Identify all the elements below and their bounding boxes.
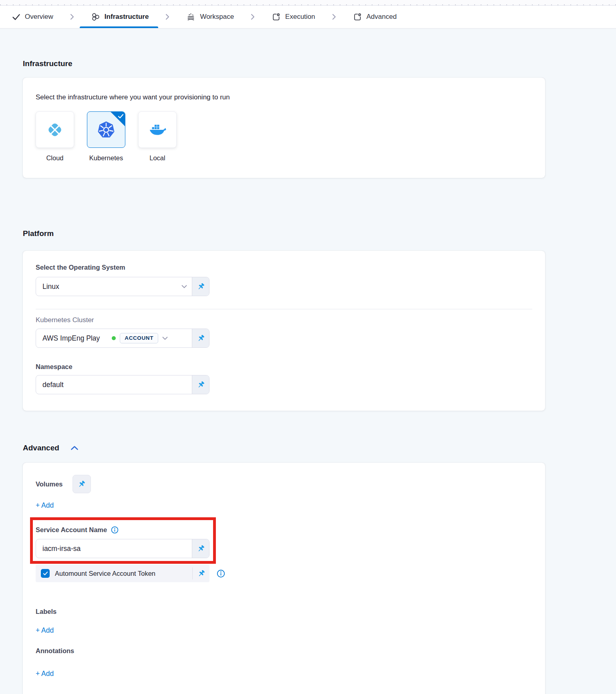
connector-status-dot xyxy=(112,336,116,340)
kubernetes-tile-label: Kubernetes xyxy=(87,153,125,162)
panel-gear-icon xyxy=(272,12,281,22)
pin-icon xyxy=(197,569,205,578)
pin-icon xyxy=(197,334,205,343)
os-field-label: Select the Operating System xyxy=(36,263,532,272)
labels-label: Labels xyxy=(36,607,532,616)
infrastructure-options: Cloud xyxy=(36,111,532,162)
automount-pin-button[interactable] xyxy=(193,569,209,578)
advanced-section-header: Advanced xyxy=(23,443,545,453)
service-account-input[interactable]: iacm-irsa-sa xyxy=(36,539,192,558)
tab-overview-label: Overview xyxy=(25,13,53,21)
volumes-label: Volumes xyxy=(36,480,63,488)
service-account-label: Service Account Name xyxy=(36,525,107,534)
info-icon[interactable] xyxy=(111,526,119,534)
scope-badge: ACCOUNT xyxy=(120,333,158,343)
cluster-field-label: Kubernetes Cluster xyxy=(36,316,532,325)
tab-advanced-label: Advanced xyxy=(366,13,397,21)
hexagons-icon xyxy=(91,12,100,22)
selected-check-icon xyxy=(118,113,124,121)
tab-execution-label: Execution xyxy=(285,13,315,21)
local-tile-label: Local xyxy=(138,153,177,162)
platform-section-title: Platform xyxy=(23,228,545,239)
tab-overview[interactable]: Overview xyxy=(12,6,53,28)
tab-workspace[interactable]: Workspace xyxy=(186,6,234,28)
automount-checkbox[interactable] xyxy=(41,569,50,578)
chevron-down-icon[interactable] xyxy=(162,337,168,340)
namespace-input-value: default xyxy=(42,381,64,389)
os-pin-button[interactable] xyxy=(192,277,209,296)
chevron-right-icon xyxy=(251,14,255,20)
pin-icon xyxy=(197,282,205,291)
advanced-section-title: Advanced xyxy=(23,443,59,453)
annotations-label: Annotations xyxy=(36,646,532,655)
automount-strip: Automount Service Account Token xyxy=(36,565,209,582)
tab-workspace-label: Workspace xyxy=(200,13,234,21)
pin-icon xyxy=(197,545,205,553)
advanced-card: Volumes + Add Service Account Name xyxy=(23,463,545,694)
tab-infrastructure-label: Infrastructure xyxy=(105,13,149,21)
namespace-field-label: Namespace xyxy=(36,362,532,371)
add-annotation-link[interactable]: + Add xyxy=(36,669,54,678)
volumes-pin-button[interactable] xyxy=(72,475,91,493)
chevron-down-icon[interactable] xyxy=(181,285,187,288)
os-select-control[interactable]: Linux xyxy=(36,277,192,296)
infrastructure-card: Select the infrastructure where you want… xyxy=(23,78,545,178)
volumes-row: Volumes xyxy=(36,475,532,493)
option-cloud: Cloud xyxy=(36,111,74,162)
service-account-input-value: iacm-irsa-sa xyxy=(42,545,81,553)
cluster-pin-button[interactable] xyxy=(192,329,209,347)
service-account-block: Service Account Name iacm-irsa-sa xyxy=(36,525,209,558)
option-local: Local xyxy=(138,111,177,162)
check-icon xyxy=(12,14,20,20)
chevron-right-icon xyxy=(70,14,74,20)
automount-row: Automount Service Account Token xyxy=(36,565,532,582)
cloud-icon xyxy=(46,121,64,139)
cloud-tile-label: Cloud xyxy=(36,153,74,162)
add-label-link[interactable]: + Add xyxy=(36,625,54,635)
automount-label: Automount Service Account Token xyxy=(55,570,192,577)
os-select-value: Linux xyxy=(42,282,59,291)
stack-icon xyxy=(186,12,195,22)
namespace-input[interactable]: default xyxy=(36,375,192,394)
pin-icon xyxy=(197,381,205,389)
namespace-input-group: default xyxy=(36,375,209,394)
tab-execution[interactable]: Execution xyxy=(272,6,315,28)
cluster-select: AWS ImpEng Play ACCOUNT xyxy=(36,329,209,348)
service-account-pin-button[interactable] xyxy=(192,539,209,558)
canvas-dots-strip xyxy=(0,0,616,6)
info-icon[interactable] xyxy=(217,569,225,578)
service-account-input-group: iacm-irsa-sa xyxy=(36,539,209,558)
infrastructure-prompt: Select the infrastructure where you want… xyxy=(36,93,532,102)
platform-divider xyxy=(36,309,532,309)
docker-icon xyxy=(148,121,167,139)
option-kubernetes: Kubernetes xyxy=(87,111,125,162)
chevron-right-icon xyxy=(332,14,336,20)
add-volume-link[interactable]: + Add xyxy=(36,500,54,510)
tab-advanced[interactable]: Advanced xyxy=(353,6,397,28)
kubernetes-tile[interactable] xyxy=(87,111,125,148)
panel-gear-icon xyxy=(353,12,362,22)
collapse-chevron-up-icon[interactable] xyxy=(70,446,79,450)
chevron-right-icon xyxy=(165,14,169,20)
os-select: Linux xyxy=(36,277,209,296)
iacm-infrastructure-wizard: Overview Infrastructure xyxy=(0,0,616,694)
platform-card: Select the Operating System Linux Kubern… xyxy=(23,251,545,411)
wizard-tabbar: Overview Infrastructure xyxy=(0,6,616,28)
cluster-select-value: AWS ImpEng Play xyxy=(42,334,100,343)
namespace-pin-button[interactable] xyxy=(192,375,209,394)
tab-infrastructure[interactable]: Infrastructure xyxy=(91,6,149,28)
local-tile[interactable] xyxy=(138,111,177,148)
cloud-tile[interactable] xyxy=(36,111,74,148)
infrastructure-section-title: Infrastructure xyxy=(23,59,545,69)
pin-icon xyxy=(77,480,86,488)
cluster-select-control[interactable]: AWS ImpEng Play ACCOUNT xyxy=(36,329,192,347)
